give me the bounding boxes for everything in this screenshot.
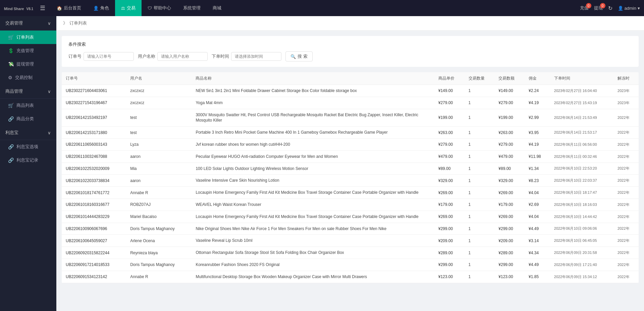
cell-order-no: UB22061014444283229 [62,211,126,223]
cell-commission: ¥4.34 [525,247,550,259]
cell-product-name: Ottoman Rectangular Sofa Storage Stool S… [192,247,434,259]
cell-total: ¥209.00 [494,235,525,247]
sidebar-item-withdraw[interactable]: 💸 提现管理 [0,57,56,71]
cell-order-no: UB2206142153171880 [62,127,126,139]
cell-commission: ¥4.04 [525,211,550,223]
refresh-button[interactable]: ↻ [608,5,612,11]
sidebar-group-interest: 利息宝 ∨ 🔗 利息宝选项 🔗 利息宝记录 [0,126,56,167]
col-qty: 交易数量 [465,72,495,85]
cell-order-time: 2022年06月09日 15:34:12 [550,271,613,283]
sidebar-group-products-header[interactable]: 商品管理 ∨ [0,84,56,99]
cell-qty: 1 [465,109,495,127]
table-row: UB22061022532020009 Mia 100 LED Solar Li… [62,163,639,175]
table-row: UB22060917214018533 Doris Tampus Maghano… [62,259,639,271]
cell-username: ROBZ07AJ [126,198,192,211]
top-nav: Mind Share V8.1 ☰ 🏠 后台首页 👤 角色 ⚖ 交易 🛡 帮助中… [0,0,644,16]
cell-unfreeze-time: 2022年 [613,109,639,127]
username-field: 用户名称 [138,52,208,61]
recharge-badge: 0 [586,3,591,8]
sidebar-group-trade-header[interactable]: 交易管理 ∨ [0,16,56,31]
cell-order-time: 2022年06月09日 20:31:58 [550,247,613,259]
table-row: UB2206091534123142 Annabe R Multifunctio… [62,271,639,283]
cell-username: Mariel Bacalso [126,211,192,223]
col-order-time: 下单时间 [550,72,613,85]
sidebar-item-product-category[interactable]: 🔗 商品分类 [0,112,56,126]
table-row: UB2302271604403061 zxczxcz NEW 5in1 3in1… [62,85,639,97]
cell-qty: 1 [465,150,495,163]
sidebar-item-trade-control[interactable]: ⚙ 交易控制 [0,71,56,84]
product-list-icon: 🛒 [8,103,14,108]
cell-unit-price: ¥279.00 [434,97,465,109]
cell-unit-price: ¥149.00 [434,85,465,97]
cart-icon: 🛒 [8,35,14,40]
nav-item-shop[interactable]: 商城 [207,0,227,16]
withdraw-button[interactable]: 提现 0 [594,5,603,11]
cell-order-no: UB2206110032467088 [62,150,126,163]
admin-menu[interactable]: 👤 admin ▾ [618,6,640,11]
cell-order-time: 2022年06月11日 06:56:00 [550,138,613,150]
nav-item-trade[interactable]: ⚖ 交易 [115,0,142,16]
cell-unit-price: ¥479.00 [434,150,465,163]
order-time-input[interactable] [231,52,281,61]
order-no-input[interactable] [84,52,134,61]
nav-item-system[interactable]: 系统管理 [177,0,207,16]
table-row: UB2206110656003143 Lyza Jvf korean rubbe… [62,138,639,150]
nav-item-role[interactable]: 👤 角色 [87,0,115,16]
trade-control-icon: ⚙ [8,75,12,80]
menu-toggle-icon[interactable]: ☰ [40,4,45,12]
cell-username: test [126,127,192,139]
search-panel-title: 条件搜索 [68,41,632,47]
cell-username: aaron [126,150,192,163]
sidebar-group-trade: 交易管理 ∨ 🛒 订单列表 [0,16,56,44]
col-unit-price: 商品单价 [434,72,465,85]
recharge-mgr-icon: 💲 [8,48,14,53]
nav-item-help[interactable]: 🛡 帮助中心 [142,0,177,16]
cell-product-name: Locaupin Home Emergency Family First Aid… [192,187,434,199]
cell-unfreeze-time: 2022年 [613,150,639,163]
cell-qty: 1 [465,259,495,271]
sidebar-item-recharge[interactable]: 💲 充值管理 [0,44,56,57]
recharge-button[interactable]: 充值 0 [580,5,589,11]
search-panel: 条件搜索 订单号 用户名称 下单时间 🔍 搜 索 [62,36,639,67]
cell-commission: ¥2.99 [525,109,550,127]
cell-commission: ¥1.34 [525,163,550,175]
cell-username: aaron [126,175,192,187]
cell-qty: 1 [465,97,495,109]
cell-unfreeze-time: 2022年 [613,163,639,175]
cell-order-time: 2022年06月11日 00:32:46 [550,150,613,163]
cell-total: ¥289.00 [494,247,525,259]
cell-order-time: 2022年06月10日 14:44:42 [550,211,613,223]
nav-item-home[interactable]: 🏠 后台首页 [51,0,87,16]
cell-order-no: UB22061022532020009 [62,163,126,175]
order-no-label: 订单号 [68,53,82,59]
cell-commission: ¥3.14 [525,235,550,247]
cell-order-no: UB22061018174761772 [62,187,126,199]
sidebar-group-interest-header[interactable]: 利息宝 ∨ [0,126,56,140]
cell-order-no: UB2206100645059027 [62,235,126,247]
sidebar-item-product-list[interactable]: 🛒 商品列表 [0,99,56,112]
sidebar-item-interest-options[interactable]: 🔗 利息宝选项 [0,140,56,153]
top-nav-items: 🏠 后台首页 👤 角色 ⚖ 交易 🛡 帮助中心 系统管理 商城 [51,0,227,16]
sidebar-item-interest-records[interactable]: 🔗 利息宝记录 [0,153,56,167]
cell-unfreeze-time: 2022年 [613,211,639,223]
cell-order-time: 2022年06月09日 17:21:40 [550,259,613,271]
cell-product-name: 100 LED Solar Lights Outdoor Lighting Wi… [192,163,434,175]
cell-total: ¥479.00 [494,150,525,163]
cell-order-no: UB2302271543196467 [62,97,126,109]
cell-unit-price: ¥179.00 [434,198,465,211]
table-header-row: 订单号 用户名 商品名称 商品单价 交易数量 交易数额 佣金 下单时间 解冻时 [62,72,639,85]
cell-total: ¥269.00 [494,187,525,199]
sidebar-item-order-list[interactable]: 🛒 订单列表 [0,31,56,44]
table-row: UB2302271543196467 zxczxcz Yoga Mat 4mm … [62,97,639,109]
cell-product-name: Yoga Mat 4mm [192,97,434,109]
cell-qty: 1 [465,223,495,235]
search-button[interactable]: 🔍 搜 索 [285,51,313,61]
username-input[interactable] [157,52,208,61]
cell-order-time: 2022年06月14日 21:53:49 [550,109,613,127]
cell-unfreeze-time: 2022年 [613,223,639,235]
order-no-field: 订单号 [68,52,134,61]
cell-total: ¥269.00 [494,211,525,223]
cell-unit-price: ¥269.00 [434,211,465,223]
table-row: UB22061014444283229 Mariel Bacalso Locau… [62,211,639,223]
cell-total: ¥179.00 [494,198,525,211]
